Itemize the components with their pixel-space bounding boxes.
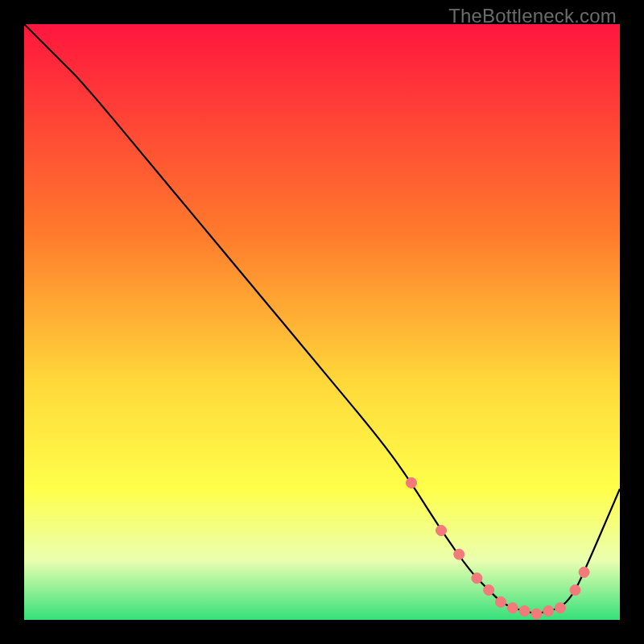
curve-dot (579, 567, 589, 577)
curve-dot (543, 605, 554, 616)
curve-dot (436, 526, 447, 536)
chart-background-gradient (24, 24, 620, 620)
curve-dot (531, 609, 542, 619)
bottleneck-chart (24, 24, 620, 620)
curve-dot (484, 585, 494, 596)
watermark-text: TheBottleneck.com (448, 5, 617, 27)
curve-dot (496, 597, 506, 607)
curve-dot (507, 603, 518, 613)
curve-dot (472, 573, 482, 584)
curve-dot (555, 603, 566, 613)
curve-dot (454, 549, 464, 559)
curve-dot (519, 605, 530, 616)
chart-frame (24, 24, 620, 620)
curve-dot (570, 585, 580, 596)
curve-dot (407, 477, 417, 488)
